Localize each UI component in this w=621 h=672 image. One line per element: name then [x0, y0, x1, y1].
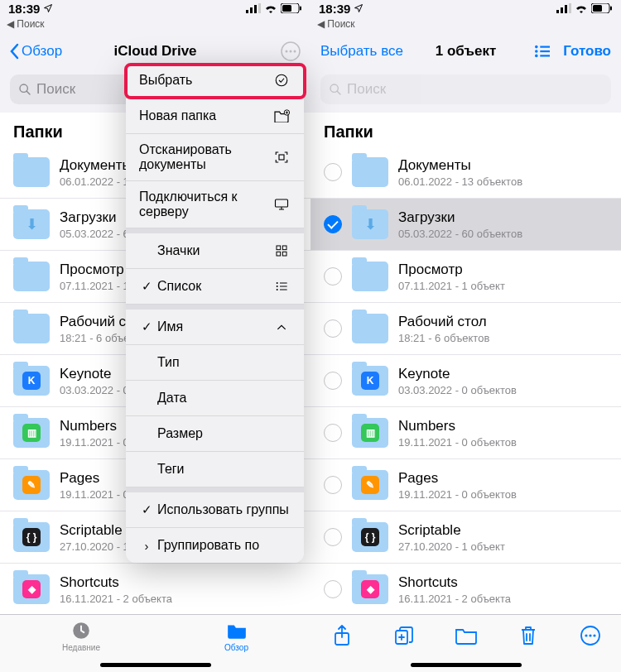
svg-rect-6 — [300, 7, 301, 11]
select-radio[interactable] — [324, 476, 342, 494]
svg-point-35 — [535, 46, 538, 49]
select-radio[interactable] — [324, 580, 342, 598]
folder-icon — [13, 157, 50, 187]
battery-icon — [591, 3, 613, 13]
folder-icon — [226, 620, 248, 641]
menu-view-icons[interactable]: Значки — [126, 233, 304, 269]
folder-icon: { } — [13, 522, 50, 552]
menu-use-groups[interactable]: ✓Использовать группы — [126, 492, 304, 528]
search-placeholder: Поиск — [36, 81, 75, 98]
svg-rect-1 — [250, 7, 253, 13]
svg-rect-31 — [569, 3, 571, 13]
context-menu: Выбрать Новая папка Отсканировать докуме… — [126, 63, 304, 563]
folder-row[interactable]: ◆Shortcuts16.11.2021 - 2 объекта — [0, 564, 310, 614]
svg-rect-17 — [277, 246, 281, 250]
content-right: Папки Документы06.01.2022 - 13 объектов⬇… — [310, 113, 621, 614]
menu-sort-name[interactable]: ✓Имя — [126, 310, 304, 345]
svg-point-13 — [276, 74, 287, 86]
folder-icon — [352, 157, 388, 187]
menu-connect[interactable]: Подключиться к серверу — [126, 181, 304, 228]
screen-right: 18:39 ◀ Поиск Выбрать все 1 объект — [310, 0, 621, 672]
tab-recent[interactable]: Недавние — [62, 620, 100, 652]
location-icon — [354, 3, 363, 13]
folder-row[interactable]: Документы06.01.2022 - 13 объектов — [310, 146, 621, 199]
more-button[interactable] — [578, 623, 603, 648]
svg-point-37 — [535, 55, 538, 58]
svg-point-10 — [294, 50, 296, 53]
back-button[interactable]: Обзор — [10, 43, 62, 60]
home-indicator[interactable] — [411, 663, 522, 667]
svg-point-47 — [589, 634, 591, 636]
menu-sort-tags[interactable]: Теги — [126, 452, 304, 487]
menu-sort-type[interactable]: Тип — [126, 345, 304, 381]
nav-bar: Выбрать все 1 объект Готово — [310, 33, 621, 70]
menu-view-list[interactable]: ✓Список — [126, 269, 304, 305]
folder-row[interactable]: ⬇Загрузки05.03.2022 - 60 объектов — [310, 199, 621, 251]
svg-point-46 — [585, 634, 587, 636]
folder-icon: ⬇ — [352, 209, 388, 239]
folder-icon: K — [352, 366, 388, 396]
folder-icon: ▥ — [352, 418, 388, 448]
svg-rect-15 — [279, 155, 284, 160]
svg-rect-29 — [561, 7, 563, 13]
done-button[interactable]: Готово — [563, 43, 611, 60]
folder-row[interactable]: Просмотр07.11.2021 - 1 объект — [310, 251, 621, 303]
select-all-button[interactable]: Выбрать все — [320, 43, 403, 60]
select-radio[interactable] — [324, 163, 342, 181]
folder-name: Shortcuts — [60, 574, 297, 591]
folder-icon: K — [13, 366, 50, 396]
duplicate-button[interactable] — [392, 623, 416, 648]
select-radio[interactable] — [324, 372, 342, 390]
select-radio[interactable] — [324, 424, 342, 442]
svg-rect-5 — [282, 5, 291, 12]
list-icon — [272, 281, 291, 292]
svg-point-48 — [593, 634, 595, 636]
svg-rect-33 — [593, 5, 602, 12]
folder-row[interactable]: KKeynote03.03.2022 - 0 объектов — [310, 355, 621, 407]
folder-name: Документы — [398, 157, 608, 174]
folder-meta: 18:21 - 6 объектов — [398, 332, 608, 344]
folder-row[interactable]: ▥Numbers19.11.2021 - 0 объектов — [310, 407, 621, 459]
svg-rect-20 — [282, 252, 286, 256]
folder-icon — [352, 314, 388, 343]
view-list-icon[interactable] — [533, 44, 551, 59]
share-button[interactable] — [330, 623, 354, 648]
svg-point-8 — [286, 50, 288, 53]
folder-meta: 06.01.2022 - 13 объектов — [398, 175, 608, 188]
svg-rect-34 — [610, 7, 612, 11]
section-header: Папки — [310, 113, 621, 146]
menu-new-folder[interactable]: Новая папка — [126, 98, 304, 134]
status-bar: 18:39 — [310, 0, 621, 17]
select-radio[interactable] — [324, 215, 342, 233]
back-to-app[interactable]: ◀ Поиск — [0, 17, 310, 33]
select-radio[interactable] — [324, 528, 342, 546]
svg-point-36 — [535, 50, 538, 53]
move-button[interactable] — [454, 623, 479, 648]
svg-point-22 — [277, 286, 278, 287]
more-icon[interactable] — [281, 41, 301, 61]
folder-icon: ✎ — [13, 470, 50, 500]
folder-meta: 27.10.2020 - 1 объект — [398, 540, 608, 553]
folder-row[interactable]: Рабочий стол18:21 - 6 объектов — [310, 303, 621, 355]
tab-browse[interactable]: Обзор — [224, 620, 248, 652]
menu-select[interactable]: Выбрать — [126, 63, 304, 98]
clock-icon — [70, 620, 92, 641]
menu-sort-size[interactable]: Размер — [126, 416, 304, 452]
delete-button[interactable] — [516, 623, 541, 648]
home-indicator[interactable] — [100, 663, 211, 667]
select-radio[interactable] — [324, 319, 342, 338]
back-to-app[interactable]: ◀ Поиск — [310, 17, 621, 33]
svg-rect-28 — [556, 10, 559, 13]
menu-scan[interactable]: Отсканировать документы — [126, 134, 304, 181]
folder-row[interactable]: { }Scriptable27.10.2020 - 1 объект — [310, 511, 621, 564]
select-radio[interactable] — [324, 267, 342, 286]
menu-sort-date[interactable]: Дата — [126, 381, 304, 416]
wifi-icon — [264, 3, 277, 13]
menu-group-by[interactable]: ›Группировать по — [126, 528, 304, 563]
folder-row[interactable]: ✎Pages19.11.2021 - 0 объектов — [310, 459, 621, 511]
folder-name: Scriptable — [398, 522, 608, 539]
folder-name: Pages — [398, 470, 608, 487]
folder-row[interactable]: ◆Shortcuts16.11.2021 - 2 объекта — [310, 564, 621, 614]
search-placeholder: Поиск — [347, 81, 386, 98]
svg-line-42 — [337, 91, 340, 94]
